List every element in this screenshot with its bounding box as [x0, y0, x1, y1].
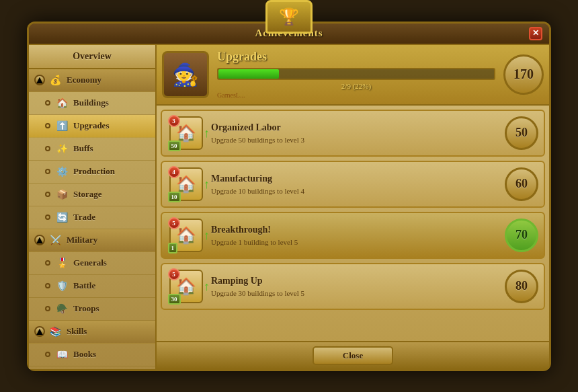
sub-marker-storage	[45, 192, 50, 197]
ach-score-completed: 70	[505, 219, 538, 252]
ach-icon-manufacturing: 4 🏠 10 ↑	[167, 165, 204, 202]
avatar-emoji: 🧙	[172, 62, 199, 87]
ach-level-badge: 5	[168, 217, 180, 229]
military-label: Military	[67, 235, 97, 245]
trade-icon: 🔄	[54, 210, 69, 225]
ach-icon-bg: 5 🏠 30	[169, 270, 203, 303]
ach-number-badge: 30	[168, 294, 181, 305]
close-button[interactable]: Close	[313, 346, 393, 365]
ach-title: Breakthrough!	[211, 225, 498, 235]
sidebar-item-trade[interactable]: 🔄 Trade	[29, 206, 155, 229]
sidebar-item-skills[interactable]: ▲ 📚 Skills	[29, 321, 155, 344]
progress-bar-fill	[218, 69, 279, 79]
ach-emoji: 🏠	[176, 124, 196, 143]
hero-name-short: GamesL...	[217, 91, 495, 99]
ach-icon-bg: 3 🏠 50	[169, 116, 203, 150]
ach-emoji: 🏠	[176, 277, 196, 296]
ach-desc: Upgrade 30 buildings to level 5	[211, 289, 498, 297]
main-content: 🧙 Upgrades 2/9 (22%) GamesL... 170	[157, 45, 549, 369]
sidebar-item-troops[interactable]: 🪖 Troops	[29, 298, 155, 321]
ach-number-badge: 50	[168, 141, 181, 151]
generals-label: Generals	[73, 258, 107, 268]
ach-icon-ramping-up: 5 🏠 30 ↑	[167, 268, 204, 305]
ach-score: 50	[505, 116, 538, 150]
economy-label: Economy	[67, 75, 101, 85]
buffs-label: Buffs	[73, 143, 93, 154]
ach-text: Organized Labor Upgrade 50 buildings to …	[211, 122, 498, 144]
buffs-icon: ✨	[54, 141, 69, 156]
achievement-item-ramping-up: 5 🏠 30 ↑ Ramping Up Upgrade 30 buildings…	[161, 263, 545, 310]
ach-title: Organized Labor	[211, 122, 498, 133]
ach-score: 80	[505, 270, 538, 303]
sidebar-item-economy[interactable]: ▲ 💰 Economy	[29, 69, 155, 92]
hero-avatar: 🧙	[162, 51, 209, 98]
ach-icon-bg: 5 🏠 1	[169, 219, 203, 252]
sidebar-overview: Overview	[29, 45, 155, 69]
upgrades-icon: ⬆️	[54, 118, 69, 133]
sub-marker	[45, 100, 50, 106]
ach-arrow: ↑	[204, 177, 210, 191]
ach-desc: Upgrade 50 buildings to level 3	[211, 136, 498, 144]
ach-title: Manufacturing	[211, 173, 498, 184]
sidebar-item-upgrades[interactable]: ⬆️ Upgrades	[29, 115, 155, 138]
sidebar-item-generals[interactable]: 🎖️ Generals	[29, 252, 155, 275]
window-body: Overview ▲ 💰 Economy 🏠 Buildings ⬆️ Upgr…	[29, 45, 549, 369]
ach-icon-bg: 4 🏠 10	[169, 167, 203, 201]
sidebar-item-buffs[interactable]: ✨ Buffs	[29, 138, 155, 161]
sidebar-item-military[interactable]: ▲ ⚔️ Military	[29, 229, 155, 252]
ach-text: Breakthrough! Upgrade 1 building to leve…	[211, 225, 498, 246]
hero-section: 🧙 Upgrades 2/9 (22%) GamesL... 170	[157, 45, 549, 106]
trade-label: Trade	[73, 212, 95, 223]
close-x-button[interactable]: ✕	[529, 27, 542, 40]
hero-score: 170	[503, 54, 544, 95]
sub-marker-upgrades	[45, 123, 50, 128]
battle-label: Battle	[73, 280, 95, 291]
progress-text: 2/9 (22%)	[217, 82, 495, 90]
main-window: 🏆 Achievements ✕ Overview ▲ 💰 Economy 🏠 …	[27, 22, 551, 371]
bottom-bar: Close	[157, 341, 549, 369]
section-marker: ▲	[34, 75, 45, 85]
sub-marker-trade	[45, 214, 50, 220]
sidebar-item-buildings[interactable]: 🏠 Buildings	[29, 92, 155, 115]
books-icon: 📖	[54, 347, 69, 362]
storage-label: Storage	[73, 189, 102, 200]
sub-marker-troops	[45, 306, 50, 311]
achievement-item: 3 🏠 50 ↑ Organized Labor Upgrade 50 buil…	[161, 110, 545, 157]
production-icon: ⚙️	[54, 164, 69, 179]
military-icon: ⚔️	[48, 233, 63, 247]
sidebar-item-books[interactable]: 📖 Books	[29, 344, 155, 366]
ach-score: 60	[505, 167, 538, 201]
sidebar-item-storage[interactable]: 📦 Storage	[29, 184, 155, 206]
ach-text: Manufacturing Upgrade 10 buildings to le…	[211, 173, 498, 195]
ach-level-badge: 4	[168, 166, 180, 178]
hero-name: Upgrades	[217, 50, 495, 64]
skills-label: Skills	[67, 326, 87, 337]
ach-level-badge: 3	[168, 115, 180, 127]
sidebar-item-production[interactable]: ⚙️ Production	[29, 161, 155, 184]
achievement-item-breakthrough: 5 🏠 1 ↑ Breakthrough! Upgrade 1 building…	[161, 212, 545, 259]
storage-icon: 📦	[54, 187, 69, 202]
sub-marker-buffs	[45, 146, 50, 151]
buildings-icon: 🏠	[54, 95, 69, 110]
hero-info: Upgrades 2/9 (22%) GamesL...	[217, 50, 495, 99]
progress-bar-container	[217, 68, 495, 80]
sidebar: Overview ▲ 💰 Economy 🏠 Buildings ⬆️ Upgr…	[29, 45, 157, 369]
ach-emoji: 🏠	[176, 226, 196, 245]
sidebar-item-battle[interactable]: 🛡️ Battle	[29, 275, 155, 298]
generals-icon: 🎖️	[54, 256, 69, 270]
troops-label: Troops	[73, 303, 99, 314]
military-section-marker: ▲	[34, 235, 45, 245]
sub-marker-books	[45, 352, 50, 357]
ach-emoji: 🏠	[176, 175, 196, 194]
ach-number-badge: 10	[168, 192, 181, 202]
trophy-decoration: 🏆	[265, 0, 313, 34]
sub-marker-generals	[45, 260, 50, 266]
troops-icon: 🪖	[54, 301, 69, 316]
battle-icon: 🛡️	[54, 278, 69, 293]
sidebar-item-specializations[interactable]: 🔬 Specializations	[29, 366, 155, 369]
sub-marker-prod	[45, 169, 50, 174]
ach-title: Ramping Up	[211, 276, 498, 286]
ach-desc: Upgrade 10 buildings to level 4	[211, 187, 498, 195]
ach-arrow: ↑	[204, 126, 210, 140]
buildings-label: Buildings	[73, 97, 109, 108]
